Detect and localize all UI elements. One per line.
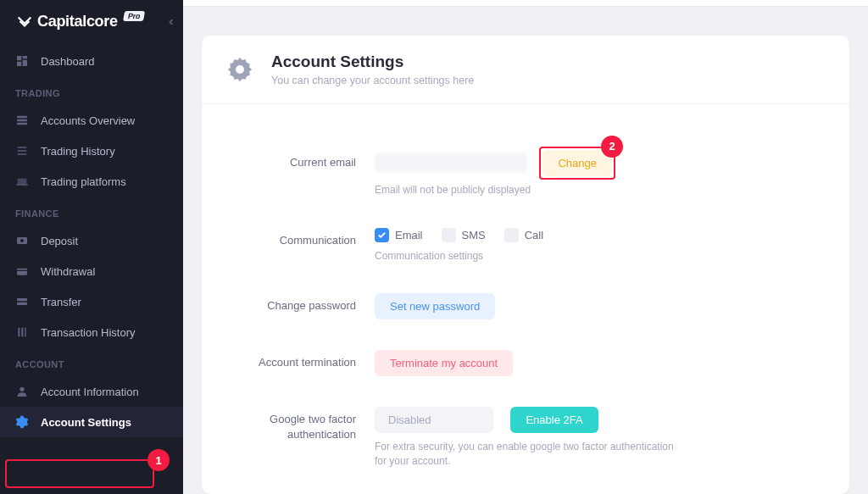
settings-card: Account Settings You can change your acc… [202,36,849,494]
brand-pro-tag: Pro [123,11,145,21]
communication-label: Communication [225,228,375,248]
sidebar-item-trading-history[interactable]: Trading History [0,136,183,166]
annotation-badge-1: 1 [147,449,170,471]
gear-icon [15,415,29,429]
enable-2fa-button[interactable]: Enable 2FA [510,407,598,433]
annotation-highlight-1 [5,459,154,488]
sidebar-item-label: Trading platforms [41,175,126,188]
row-account-termination: Account termination Terminate my account [225,350,826,376]
checkbox-sms-label: SMS [462,229,486,241]
sidebar-item-label: Withdrawal [41,265,95,278]
unchecked-icon [504,228,519,242]
sidebar-item-account-settings[interactable]: Account Settings [0,407,183,437]
withdrawal-icon [15,264,29,278]
check-icon [375,228,389,242]
email-help: Email will not be publicly displayed [375,183,680,197]
accounts-icon [15,114,29,127]
nav-section-trading: TRADING [0,76,183,105]
svg-rect-12 [18,328,19,337]
svg-rect-4 [18,150,27,151]
brand-name: Capitalcore [37,13,118,31]
sidebar-collapse-icon[interactable]: ‹‹ [169,14,171,28]
sidebar-item-trading-platforms[interactable]: Trading platforms [0,166,183,197]
change-password-label: Change password [225,293,375,314]
nav-section-finance: FINANCE [0,197,183,225]
dashboard-icon [15,54,29,68]
list-icon [15,144,29,158]
transfer-icon [15,295,29,308]
termination-label: Account termination [225,350,375,370]
sidebar: Capitalcore Pro ‹‹ Dashboard TRADING Acc… [0,0,183,494]
svg-point-7 [20,239,24,242]
checkbox-email[interactable]: Email [375,228,423,242]
annotation-badge-2: 2 [601,136,623,158]
page-title: Account Settings [271,53,474,71]
deposit-icon [15,234,29,247]
checkbox-call[interactable]: Call [504,228,543,242]
sidebar-item-label: Accounts Overview [41,114,135,127]
platforms-icon [15,175,29,188]
history-icon [15,325,29,339]
svg-point-15 [19,387,24,391]
sidebar-item-label: Deposit [41,235,78,247]
svg-rect-0 [17,116,27,119]
svg-rect-11 [17,303,27,305]
svg-rect-3 [18,147,27,147]
card-header: Account Settings You can change your acc… [202,36,849,104]
svg-rect-14 [25,328,25,337]
logo-row: Capitalcore Pro ‹‹ [0,12,183,46]
user-icon [15,385,29,398]
svg-rect-10 [17,298,27,301]
communication-help: Communication settings [375,249,680,264]
page-subtitle: You can change your account settings her… [271,75,474,86]
sidebar-item-label: Account Settings [41,416,131,429]
svg-rect-2 [17,123,27,125]
row-two-factor: Google two factor authentication Disable… [225,407,826,469]
sidebar-item-transfer[interactable]: Transfer [0,286,183,317]
svg-rect-1 [17,119,27,122]
sidebar-item-label: Account Information [41,386,139,398]
row-change-password: Change password Set new password [225,293,826,319]
set-new-password-button[interactable]: Set new password [375,293,495,319]
capitalcore-logo-icon [15,12,34,31]
unchecked-icon [442,228,456,242]
main: Account Settings You can change your acc… [183,0,868,494]
sidebar-item-label: Trading History [41,145,115,158]
nav-section-account: ACCOUNT [0,347,183,376]
svg-rect-8 [17,269,27,275]
topbar [183,0,868,7]
form-rows: Current email Change 2 Email will not be… [202,104,849,494]
current-email-label: Current email [225,150,375,170]
terminate-account-button[interactable]: Terminate my account [375,350,513,376]
sidebar-item-accounts-overview[interactable]: Accounts Overview [0,105,183,136]
sidebar-item-label: Transfer [41,296,81,308]
sidebar-item-withdrawal[interactable]: Withdrawal [0,256,183,286]
checkbox-email-label: Email [395,229,423,241]
sidebar-item-label: Dashboard [41,55,95,68]
checkbox-sms[interactable]: SMS [442,228,486,242]
row-communication: Communication Email SMS [225,228,826,264]
svg-rect-5 [18,153,27,154]
checkbox-call-label: Call [525,229,543,241]
sidebar-item-transaction-history[interactable]: Transaction History [0,317,183,347]
sidebar-item-dashboard[interactable]: Dashboard [0,46,183,76]
twofa-status: Disabled [375,407,493,433]
sidebar-item-deposit[interactable]: Deposit [0,225,183,256]
twofa-help: For extra security, you can enable googl… [375,440,680,469]
sidebar-item-account-information[interactable]: Account Information [0,376,183,407]
twofa-label: Google two factor authentication [225,407,375,441]
current-email-value-redacted [375,153,527,172]
content: Account Settings You can change your acc… [183,7,868,494]
gear-icon [225,55,254,84]
brand-logo[interactable]: Capitalcore Pro [15,12,143,31]
svg-rect-13 [21,328,23,337]
row-current-email: Current email Change 2 Email will not be… [225,150,826,197]
sidebar-item-label: Transaction History [41,326,136,339]
svg-rect-9 [17,270,27,271]
